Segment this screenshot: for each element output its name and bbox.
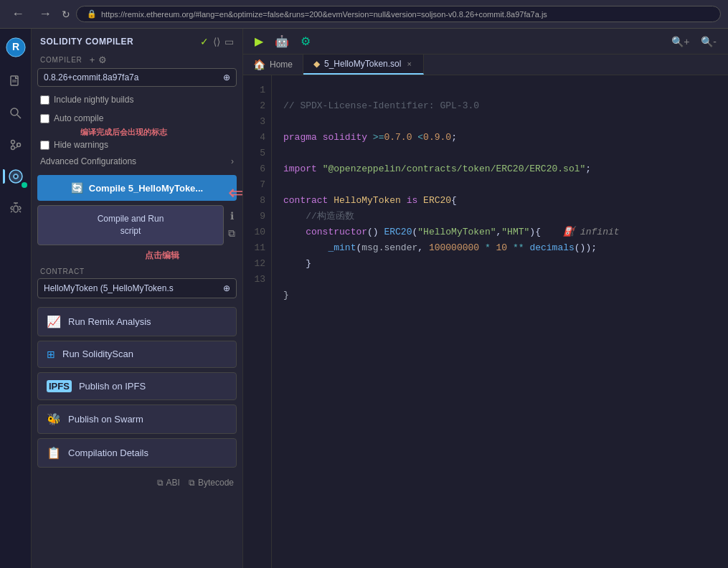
include-nightly-row: Include nightly builds	[37, 93, 237, 107]
compiler-label-icons: + ⚙	[90, 55, 108, 65]
click-annotation-text: 点击编辑	[145, 250, 179, 260]
copy-abi-icon: ⧉	[157, 478, 164, 488]
panel-icon[interactable]: ▭	[224, 36, 234, 47]
sidebar-header: SOLIDITY COMPILER ✓ ⟨⟩ ▭	[32, 29, 242, 52]
play-toolbar-button[interactable]: ▶	[252, 33, 266, 49]
home-icon: 🏠	[253, 59, 265, 70]
compile-btn-label: Compile 5_HelloMyToke...	[89, 183, 203, 194]
run-solidity-scan-button[interactable]: ⊞ Run SolidityScan	[37, 341, 237, 368]
activity-git-icon[interactable]	[3, 132, 29, 158]
zoom-in-button[interactable]: 🔍+	[668, 34, 692, 49]
version-text: 0.8.26+commit.8a97fa7a	[44, 72, 138, 82]
run-analysis-icon: 📈	[47, 315, 61, 328]
publish-ipfs-button[interactable]: IPFS Publish on IPFS	[37, 372, 237, 400]
forward-button[interactable]: →	[34, 5, 56, 23]
robot-toolbar-button[interactable]: 🤖	[272, 33, 292, 49]
footer-links: ⧉ ABI ⧉ Bytecode	[32, 472, 242, 493]
code-content[interactable]: // SPDX-License-Identifier: GPL-3.0 prag…	[272, 75, 728, 568]
editor-toolbar: ▶ 🤖 ⚙ 🔍+ 🔍-	[243, 29, 728, 55]
run-analysis-label: Run Remix Analysis	[68, 316, 151, 327]
compile-run-icons: ℹ ⧉	[227, 205, 237, 245]
file-tab-label: 5_HelloMyToken.sol	[324, 59, 401, 69]
contract-section-label: CONTRACT	[32, 262, 242, 278]
hide-warnings-checkbox[interactable]	[40, 141, 49, 150]
editor-area: ▶ 🤖 ⚙ 🔍+ 🔍- 🏠 Home ◆ 5_HelloMyToken.sol …	[243, 29, 728, 568]
include-nightly-checkbox[interactable]	[40, 95, 49, 105]
publish-swarm-label: Publish on Swarm	[68, 414, 143, 425]
abi-link[interactable]: ⧉ ABI	[157, 478, 180, 488]
compile-run-section: Compile and Runscript ℹ ⧉	[37, 205, 237, 245]
advanced-config-label: Advanced Configurations	[40, 156, 136, 166]
active-badge	[22, 182, 27, 188]
back-button[interactable]: ←	[7, 5, 29, 23]
sidebar-title: SOLIDITY COMPILER	[40, 37, 133, 47]
code-editor[interactable]: 1 2 3 4 5 6 7 8 9 10 11 12 13 // SPDX-Li…	[243, 75, 728, 568]
include-nightly-label: Include nightly builds	[54, 95, 133, 105]
run-remix-analysis-button[interactable]: 📈 Run Remix Analysis	[37, 307, 237, 336]
tab-file[interactable]: ◆ 5_HelloMyToken.sol ×	[303, 55, 424, 75]
annotation-text: 编译完成后会出现的标志	[80, 127, 167, 138]
activity-logo[interactable]: R	[3, 34, 29, 60]
compile-area-wrapper: 🔄 Compile 5_HelloMyToke... ⟸	[37, 175, 237, 201]
config-compiler-icon[interactable]: ⚙	[98, 55, 108, 65]
tab-home[interactable]: 🏠 Home	[243, 55, 303, 75]
svg-point-12	[14, 175, 17, 178]
activity-files-icon[interactable]	[3, 69, 29, 95]
advanced-config[interactable]: Advanced Configurations ›	[37, 152, 237, 171]
sidebar: SOLIDITY COMPILER ✓ ⟨⟩ ▭ COMPILER + ⚙ 0.…	[32, 29, 243, 568]
compile-button[interactable]: 🔄 Compile 5_HelloMyToke...	[37, 175, 237, 201]
auto-compile-label: Auto compile	[54, 113, 103, 123]
version-dropdown-icon: ⊕	[223, 72, 230, 82]
sidebar-header-actions: ✓ ⟨⟩ ▭	[200, 36, 234, 47]
nav-arrows-icon[interactable]: ⟨⟩	[213, 36, 220, 47]
activity-debug-icon[interactable]	[3, 195, 29, 221]
activity-compiler-icon[interactable]	[3, 164, 29, 189]
run-scan-icon: ⊞	[47, 349, 55, 360]
activity-bar: R	[0, 29, 32, 568]
line-numbers: 1 2 3 4 5 6 7 8 9 10 11 12 13	[243, 75, 272, 568]
svg-text:R: R	[11, 41, 19, 52]
compilation-details-button[interactable]: 📋 Compilation Details	[37, 438, 237, 468]
svg-point-7	[11, 141, 14, 144]
compiler-section: COMPILER + ⚙ 0.8.26+commit.8a97fa7a ⊕ In…	[32, 52, 242, 262]
url-bar[interactable]: 🔒 https://remix.ethereum.org/#lang=en&op…	[76, 6, 721, 22]
copy-script-button[interactable]: ⧉	[227, 226, 237, 241]
info-button[interactable]: ℹ	[227, 209, 237, 223]
version-selector[interactable]: 0.8.26+commit.8a97fa7a ⊕	[37, 68, 237, 87]
main-area: R	[0, 29, 728, 568]
action-buttons-section: 📈 Run Remix Analysis ⊞ Run SolidityScan …	[32, 307, 242, 472]
publish-ipfs-label: Publish on IPFS	[79, 381, 146, 392]
tab-close-button[interactable]: ×	[405, 60, 412, 68]
editor-tabs: 🏠 Home ◆ 5_HelloMyToken.sol ×	[243, 55, 728, 75]
sol-file-icon: ◆	[313, 59, 320, 69]
bytecode-link[interactable]: ⧉ Bytecode	[189, 478, 234, 488]
toggle-toolbar-button[interactable]: ⚙	[298, 33, 313, 49]
activity-search-icon[interactable]	[3, 100, 29, 126]
swarm-icon: 🐝	[47, 412, 61, 426]
run-scan-label: Run SolidityScan	[62, 349, 133, 359]
svg-line-6	[17, 115, 21, 118]
auto-compile-checkbox[interactable]	[40, 114, 49, 123]
add-compiler-icon[interactable]: +	[90, 55, 95, 65]
check-icon[interactable]: ✓	[200, 36, 209, 47]
details-icon: 📋	[47, 446, 61, 460]
contract-dropdown-icon: ⊕	[223, 283, 230, 293]
contract-selector-wrapper: HelloMyToken (5_HelloMyToken.s ⊕	[32, 278, 242, 307]
url-text: https://remix.ethereum.org/#lang=en&opti…	[101, 10, 547, 19]
arrow-annotation-wrapper: 点击编辑	[37, 248, 237, 262]
contract-selector[interactable]: HelloMyToken (5_HelloMyToken.s ⊕	[37, 278, 237, 298]
home-tab-label: Home	[270, 60, 293, 70]
publish-swarm-button[interactable]: 🐝 Publish on Swarm	[37, 404, 237, 434]
annotation-wrapper: 编译完成后会出现的标志	[37, 126, 237, 138]
zoom-out-button[interactable]: 🔍-	[698, 34, 719, 49]
compile-run-button[interactable]: Compile and Runscript	[37, 205, 224, 245]
compiler-label: COMPILER + ⚙	[37, 52, 237, 68]
ipfs-icon: IPFS	[47, 380, 72, 392]
hide-warnings-row: Hide warnings	[37, 138, 237, 152]
refresh-button[interactable]: ↻	[62, 9, 70, 20]
abi-label: ABI	[166, 478, 180, 488]
compilation-details-label: Compilation Details	[68, 448, 148, 458]
compile-spin-icon: 🔄	[71, 182, 83, 194]
svg-point-8	[11, 146, 14, 150]
bytecode-label: Bytecode	[198, 478, 234, 488]
